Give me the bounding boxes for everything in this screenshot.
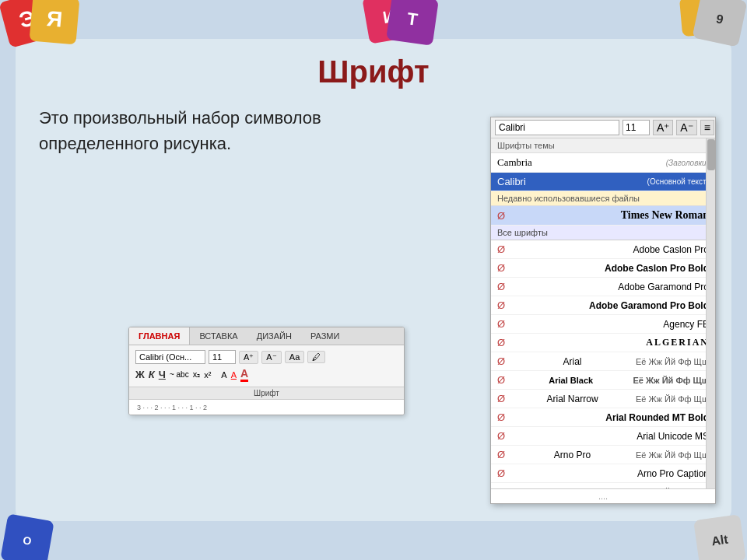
- toolbar-footer: Шрифт: [129, 387, 404, 399]
- font-size-dropdown-input[interactable]: [622, 120, 650, 135]
- ribbon-row1: А⁺ А⁻ Аа 🖊: [135, 350, 398, 364]
- calibri-name: Calibri: [497, 176, 526, 187]
- corner-text-br: Alt: [710, 533, 729, 549]
- adobe-garamond-icon: Ø: [497, 281, 505, 292]
- font-name-input[interactable]: [495, 120, 619, 135]
- agency-icon: Ø: [497, 318, 505, 330]
- font-shrink-btn[interactable]: А⁻: [261, 351, 281, 364]
- agency-name: Agency FB: [663, 319, 709, 330]
- arial-preview: Её Жж Йй Фф Щщ: [636, 357, 709, 366]
- scrollbar-thumb[interactable]: [707, 139, 715, 170]
- font-section-label: Шрифт: [254, 389, 279, 397]
- italic-btn[interactable]: К: [149, 369, 155, 380]
- font-dropdown-header: A⁺ A⁻ ≡: [491, 117, 715, 138]
- ruler-text: 3 · · · 2 · · · 1 · · · 1 · · 2: [137, 404, 207, 411]
- tab-design[interactable]: ДИЗАЙН: [247, 327, 301, 345]
- arial-narrow-name: Arial Narrow: [547, 394, 598, 404]
- toolbar-ruler: 3 · · · 2 · · · 1 · · · 1 · · 2: [129, 399, 404, 415]
- times-icon: Ø: [497, 210, 505, 222]
- arial-black-icon: Ø: [497, 374, 505, 386]
- description-text: Это произвольный набор символов определе…: [39, 105, 389, 156]
- underline-btn[interactable]: Ч: [159, 369, 166, 380]
- font-item-arno-caption[interactable]: Ø Arno Pro Caption: [491, 464, 715, 483]
- subscript-btn[interactable]: х₂: [193, 369, 201, 380]
- font-item-arial-unicode[interactable]: Ø Arial Unicode MS: [491, 427, 715, 446]
- font-item-arial[interactable]: Ø Arial Её Жж Йй Фф Щщ: [491, 352, 715, 371]
- algerian-icon: Ø: [497, 337, 505, 348]
- scrollbar-track[interactable]: [706, 138, 715, 488]
- corner-number-tr: 9: [715, 12, 724, 26]
- corner-letter-tl2: Я: [46, 6, 64, 33]
- font-dropdown-scroll[interactable]: Шрифты темы Cambria (Заголовки) Calibri …: [491, 138, 715, 488]
- page-title: Шрифт: [39, 54, 708, 89]
- font-item-arial-rounded[interactable]: Ø Arial Rounded MT Bold: [491, 408, 715, 427]
- word-toolbar: ГЛАВНАЯ ВСТАВКА ДИЗАЙН РАЗМИ А⁺ А⁻ Аа 🖊 …: [128, 327, 405, 415]
- adobe-caslon-bold-name: Adobe Caslon Pro Bold: [605, 263, 709, 274]
- adobe-caslon-bold-icon: Ø: [497, 262, 505, 274]
- ribbon-row2: Ж К Ч ~ abc х₂ х² А А A: [135, 367, 398, 382]
- arial-rounded-icon: Ø: [497, 411, 505, 423]
- recently-used-label: Недавно использовавшиеся файлы: [491, 191, 715, 206]
- calibri-preview: (Основной текст): [647, 177, 709, 186]
- tab-insert[interactable]: ВСТАВКА: [190, 327, 247, 345]
- tab-home[interactable]: ГЛАВНАЯ: [129, 327, 190, 345]
- font-item-arno-pro[interactable]: Ø Arno Pro Её Жж Йй Фф Щщ: [491, 446, 715, 464]
- times-name: Times New Roman: [621, 209, 709, 222]
- arno-display-preview: Её Жж Йй Фф Щщ: [636, 488, 709, 489]
- corner-letter-tm2: Т: [406, 9, 419, 30]
- font-color-btn[interactable]: A: [240, 367, 248, 382]
- arial-unicode-name: Arial Unicode MS: [637, 431, 709, 442]
- algerian-name: ALGERIAN: [646, 337, 709, 348]
- bold-btn[interactable]: Ж: [135, 369, 145, 380]
- font-item-arial-narrow[interactable]: Ø Arial Narrow Её Жж Йй Фф Щщ: [491, 390, 715, 408]
- arial-narrow-preview: Её Жж Йй Фф Щщ: [636, 394, 709, 404]
- arno-caption-icon: Ø: [497, 467, 505, 479]
- font-item-times[interactable]: Ø Times New Roman: [491, 206, 715, 226]
- superscript-btn[interactable]: х²: [204, 370, 211, 380]
- tab-size[interactable]: РАЗМИ: [301, 327, 349, 345]
- format-clear-btn[interactable]: Аа: [285, 351, 305, 363]
- cambria-preview: (Заголовки): [666, 159, 709, 167]
- font-item-cambria[interactable]: Cambria (Заголовки): [491, 153, 715, 173]
- font-item-adobe-garamond-bold[interactable]: Ø Adobe Garamond Pro Bold: [491, 296, 715, 315]
- font-item-agency[interactable]: Ø Agency FB: [491, 315, 715, 334]
- font-dropdown-bottom: ....: [491, 488, 715, 503]
- cambria-name: Cambria: [497, 156, 532, 169]
- arial-name: Arial: [563, 356, 582, 367]
- arial-black-preview: Её Жж Йй Фф Щщ: [633, 376, 709, 385]
- text-effect-btn[interactable]: 🖊: [307, 351, 325, 363]
- arno-display-icon: Ø: [497, 486, 505, 488]
- font-item-arno-display[interactable]: Ø Arno Pro Display Её Жж Йй Фф Щщ: [491, 483, 715, 488]
- font-item-algerian[interactable]: Ø ALGERIAN: [491, 334, 715, 352]
- strikethrough-btn[interactable]: ~ abc: [170, 370, 189, 379]
- font-selector-input[interactable]: [135, 350, 205, 364]
- font-item-adobe-garamond[interactable]: Ø Adobe Garamond Pro: [491, 278, 715, 296]
- arno-pro-name: Arno Pro: [554, 450, 591, 460]
- arial-rounded-name: Arial Rounded MT Bold: [605, 412, 709, 423]
- font-size-up-btn[interactable]: A⁺: [653, 120, 673, 135]
- arial-unicode-icon: Ø: [497, 430, 505, 442]
- adobe-garamond-bold-name: Adobe Garamond Pro Bold: [589, 300, 709, 311]
- arial-icon: Ø: [497, 355, 505, 367]
- corner-decoration-tl2: Я: [29, 0, 79, 45]
- font-item-calibri[interactable]: Calibri (Основной текст): [491, 173, 715, 191]
- font-size-down-btn[interactable]: A⁻: [676, 120, 696, 135]
- underline-color-btn[interactable]: А: [231, 370, 237, 380]
- font-item-adobe-caslon-bold[interactable]: Ø Adobe Caslon Pro Bold: [491, 259, 715, 278]
- corner-letter-bl: O: [22, 534, 33, 548]
- main-container: Шрифт Это произвольный набор символов оп…: [16, 39, 731, 521]
- arno-caption-name: Arno Pro Caption: [637, 468, 709, 479]
- font-item-arial-black[interactable]: Ø Arial Black Её Жж Йй Фф Щщ: [491, 371, 715, 390]
- theme-fonts-label: Шрифты темы: [491, 138, 715, 153]
- all-fonts-label: Все шрифты: [491, 226, 715, 240]
- font-grow-btn[interactable]: А⁺: [239, 351, 258, 364]
- corner-decoration-bl: O: [0, 513, 54, 560]
- font-item-adobe-caslon[interactable]: Ø Adobe Caslon Pro: [491, 240, 715, 259]
- font-size-input[interactable]: [209, 350, 236, 364]
- arial-narrow-icon: Ø: [497, 393, 505, 404]
- arno-pro-icon: Ø: [497, 449, 505, 460]
- highlight-btn[interactable]: А: [221, 370, 226, 380]
- adobe-garamond-bold-icon: Ø: [497, 299, 505, 311]
- adobe-garamond-name: Adobe Garamond Pro: [618, 282, 709, 292]
- font-align-btn[interactable]: ≡: [700, 120, 714, 135]
